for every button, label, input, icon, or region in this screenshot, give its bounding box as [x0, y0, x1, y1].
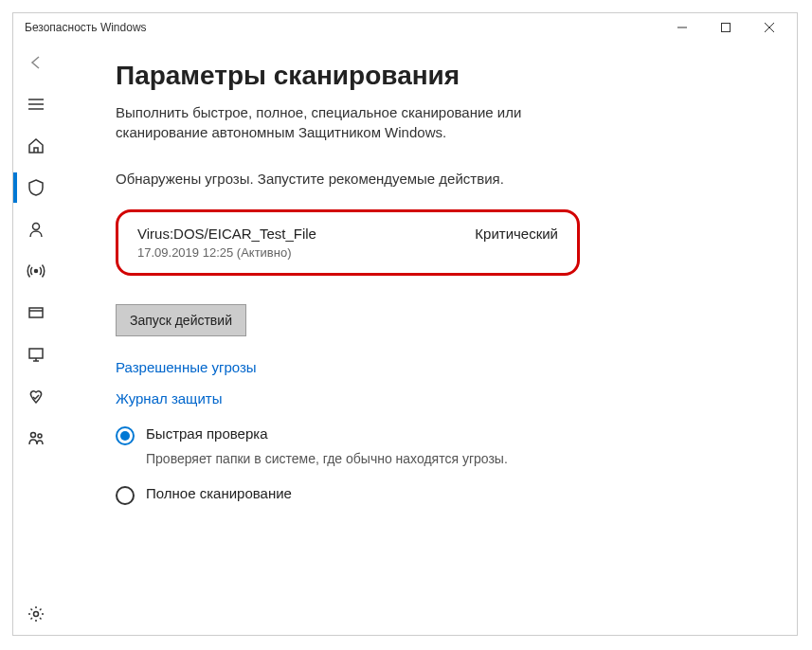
- sidebar-item-performance[interactable]: [13, 375, 59, 417]
- scan-option-full[interactable]: Полное сканирование: [116, 485, 759, 505]
- svg-point-16: [34, 612, 39, 617]
- sidebar-item-family[interactable]: [13, 417, 59, 459]
- svg-point-14: [31, 433, 36, 438]
- radio-icon: [116, 426, 135, 445]
- sidebar-item-firewall[interactable]: [13, 250, 59, 292]
- protection-history-link[interactable]: Журнал защиты: [116, 390, 759, 406]
- scan-option-quick-desc: Проверяет папки в системе, где обычно на…: [146, 451, 759, 466]
- sidebar-item-app-control[interactable]: [13, 292, 59, 334]
- allowed-threats-link[interactable]: Разрешенные угрозы: [116, 359, 759, 375]
- menu-button[interactable]: [13, 83, 59, 125]
- minimize-button[interactable]: [660, 13, 704, 42]
- svg-point-15: [38, 434, 42, 438]
- close-button[interactable]: [748, 13, 791, 42]
- svg-rect-1: [722, 24, 731, 32]
- svg-rect-9: [29, 308, 43, 317]
- maximize-button[interactable]: [704, 13, 748, 42]
- window-title: Безопасность Windows: [25, 21, 147, 34]
- threat-timestamp: 17.09.2019 12:25 (Активно): [137, 245, 558, 260]
- threat-alert-text: Обнаружены угрозы. Запустите рекомендуем…: [116, 171, 759, 187]
- scan-options: Быстрая проверка Проверяет папки в систе…: [116, 425, 759, 505]
- sidebar-item-device-security[interactable]: [13, 334, 59, 375]
- run-actions-button[interactable]: Запуск действий: [116, 304, 246, 336]
- threat-card[interactable]: Virus:DOS/EICAR_Test_File Критический 17…: [116, 209, 580, 276]
- app-window: Безопасность Windows Параметры сканирова…: [12, 12, 798, 636]
- radio-icon: [116, 486, 135, 505]
- scan-option-quick-label: Быстрая проверка: [146, 425, 268, 442]
- threat-severity: Критический: [475, 226, 558, 242]
- content-area: Параметры сканирования Выполнить быстрое…: [59, 42, 797, 635]
- svg-point-8: [35, 270, 38, 273]
- app-body: Параметры сканирования Выполнить быстрое…: [13, 42, 797, 635]
- window-controls: [660, 13, 791, 42]
- page-title: Параметры сканирования: [116, 61, 759, 91]
- back-button[interactable]: [13, 42, 59, 83]
- sidebar-item-protection[interactable]: [13, 167, 59, 208]
- sidebar-item-home[interactable]: [13, 125, 59, 167]
- page-subtitle: Выполнить быстрое, полное, специальное с…: [116, 102, 589, 142]
- sidebar-item-account[interactable]: [13, 208, 59, 250]
- sidebar-item-settings[interactable]: [13, 593, 59, 635]
- sidebar: [13, 42, 59, 635]
- threat-name: Virus:DOS/EICAR_Test_File: [137, 226, 316, 242]
- svg-rect-11: [29, 349, 43, 358]
- titlebar: Безопасность Windows: [13, 13, 797, 42]
- scan-option-quick[interactable]: Быстрая проверка: [116, 425, 759, 445]
- svg-point-7: [33, 224, 40, 230]
- scan-option-full-label: Полное сканирование: [146, 485, 292, 501]
